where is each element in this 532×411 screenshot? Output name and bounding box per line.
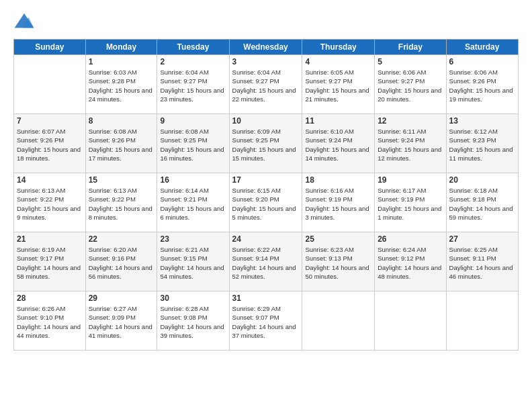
calendar-cell: 1Sunrise: 6:03 AMSunset: 9:28 PMDaylight… [85,55,157,114]
calendar-cell: 16Sunrise: 6:14 AMSunset: 9:21 PMDayligh… [157,173,229,232]
day-number: 24 [232,234,300,244]
day-number: 2 [160,57,226,66]
day-number: 14 [17,175,83,185]
day-info: Sunrise: 6:26 AMSunset: 9:10 PMDaylight:… [17,305,81,339]
day-info: Sunrise: 6:22 AMSunset: 9:14 PMDaylight:… [232,246,296,280]
day-number: 19 [378,175,443,185]
day-number: 16 [160,175,226,185]
calendar-cell: 9Sunrise: 6:08 AMSunset: 9:25 PMDaylight… [157,114,229,173]
calendar-header-monday: Monday [85,40,157,55]
day-info: Sunrise: 6:15 AMSunset: 9:20 PMDaylight:… [232,187,296,221]
page: SundayMondayTuesdayWednesdayThursdayFrid… [0,0,532,411]
calendar-table: SundayMondayTuesdayWednesdayThursdayFrid… [13,39,519,351]
day-number: 27 [449,234,515,244]
calendar-cell: 6Sunrise: 6:06 AMSunset: 9:26 PMDaylight… [446,55,518,114]
day-number: 28 [17,293,83,303]
day-info: Sunrise: 6:25 AMSunset: 9:11 PMDaylight:… [449,246,513,280]
calendar-week-5: 28Sunrise: 6:26 AMSunset: 9:10 PMDayligh… [14,291,519,351]
calendar-cell: 10Sunrise: 6:09 AMSunset: 9:25 PMDayligh… [229,114,302,173]
day-number: 25 [305,234,371,244]
calendar-cell: 5Sunrise: 6:06 AMSunset: 9:27 PMDaylight… [375,55,446,114]
day-info: Sunrise: 6:29 AMSunset: 9:07 PMDaylight:… [232,305,296,339]
calendar-cell: 29Sunrise: 6:27 AMSunset: 9:09 PMDayligh… [85,291,157,351]
day-number: 30 [160,293,226,303]
day-info: Sunrise: 6:08 AMSunset: 9:25 PMDaylight:… [160,128,224,162]
day-number: 29 [89,293,154,303]
day-number: 23 [160,234,226,244]
day-info: Sunrise: 6:23 AMSunset: 9:13 PMDaylight:… [305,246,369,280]
day-info: Sunrise: 6:08 AMSunset: 9:26 PMDaylight:… [89,128,152,162]
calendar-cell [375,291,446,351]
calendar-header-wednesday: Wednesday [229,40,302,55]
day-number: 26 [378,234,443,244]
calendar-cell: 2Sunrise: 6:04 AMSunset: 9:27 PMDaylight… [157,55,229,114]
day-info: Sunrise: 6:07 AMSunset: 9:26 PMDaylight:… [17,128,81,162]
day-info: Sunrise: 6:16 AMSunset: 9:19 PMDaylight:… [305,187,369,221]
calendar-cell: 4Sunrise: 6:05 AMSunset: 9:27 PMDaylight… [302,55,375,114]
day-number: 18 [305,175,371,185]
calendar-cell: 23Sunrise: 6:21 AMSunset: 9:15 PMDayligh… [157,232,229,291]
day-info: Sunrise: 6:05 AMSunset: 9:27 PMDaylight:… [305,68,369,103]
day-info: Sunrise: 6:06 AMSunset: 9:26 PMDaylight:… [449,68,513,103]
calendar-cell: 26Sunrise: 6:24 AMSunset: 9:12 PMDayligh… [375,232,446,291]
day-number: 6 [449,57,515,66]
calendar-cell: 28Sunrise: 6:26 AMSunset: 9:10 PMDayligh… [14,291,86,351]
day-number: 4 [305,57,371,66]
day-number: 8 [89,116,154,126]
day-number: 5 [378,57,443,66]
day-info: Sunrise: 6:24 AMSunset: 9:12 PMDaylight:… [378,246,441,280]
day-info: Sunrise: 6:13 AMSunset: 9:22 PMDaylight:… [17,187,81,221]
calendar-header-saturday: Saturday [446,40,518,55]
calendar-week-4: 21Sunrise: 6:19 AMSunset: 9:17 PMDayligh… [14,232,519,291]
day-number: 12 [378,116,443,126]
calendar-cell [302,291,375,351]
calendar-cell: 14Sunrise: 6:13 AMSunset: 9:22 PMDayligh… [14,173,86,232]
calendar-cell: 30Sunrise: 6:28 AMSunset: 9:08 PMDayligh… [157,291,229,351]
day-number: 17 [232,175,300,185]
calendar-cell: 19Sunrise: 6:17 AMSunset: 9:19 PMDayligh… [375,173,446,232]
day-number: 10 [232,116,300,126]
day-info: Sunrise: 6:11 AMSunset: 9:24 PMDaylight:… [378,128,441,162]
calendar-cell: 12Sunrise: 6:11 AMSunset: 9:24 PMDayligh… [375,114,446,173]
calendar-cell [446,291,518,351]
day-info: Sunrise: 6:04 AMSunset: 9:27 PMDaylight:… [232,68,296,103]
day-info: Sunrise: 6:12 AMSunset: 9:23 PMDaylight:… [449,128,513,162]
day-number: 20 [449,175,515,185]
day-number: 22 [89,234,154,244]
day-info: Sunrise: 6:19 AMSunset: 9:17 PMDaylight:… [17,246,81,280]
calendar-cell: 11Sunrise: 6:10 AMSunset: 9:24 PMDayligh… [302,114,375,173]
calendar-cell: 18Sunrise: 6:16 AMSunset: 9:19 PMDayligh… [302,173,375,232]
calendar-cell: 15Sunrise: 6:13 AMSunset: 9:22 PMDayligh… [85,173,157,232]
calendar-header-tuesday: Tuesday [157,40,229,55]
calendar-cell: 3Sunrise: 6:04 AMSunset: 9:27 PMDaylight… [229,55,302,114]
calendar-cell: 27Sunrise: 6:25 AMSunset: 9:11 PMDayligh… [446,232,518,291]
day-number: 15 [89,175,154,185]
calendar-header-row: SundayMondayTuesdayWednesdayThursdayFrid… [14,40,519,55]
calendar-week-3: 14Sunrise: 6:13 AMSunset: 9:22 PMDayligh… [14,173,519,232]
day-info: Sunrise: 6:14 AMSunset: 9:21 PMDaylight:… [160,187,224,221]
day-info: Sunrise: 6:13 AMSunset: 9:22 PMDaylight:… [89,187,152,221]
calendar-cell [14,55,86,114]
calendar-header-friday: Friday [375,40,446,55]
calendar-cell: 8Sunrise: 6:08 AMSunset: 9:26 PMDaylight… [85,114,157,173]
calendar-cell: 31Sunrise: 6:29 AMSunset: 9:07 PMDayligh… [229,291,302,351]
calendar-cell: 7Sunrise: 6:07 AMSunset: 9:26 PMDaylight… [14,114,86,173]
logo-icon [13,11,35,32]
calendar-cell: 25Sunrise: 6:23 AMSunset: 9:13 PMDayligh… [302,232,375,291]
calendar-header-sunday: Sunday [14,40,86,55]
calendar-cell: 22Sunrise: 6:20 AMSunset: 9:16 PMDayligh… [85,232,157,291]
day-number: 9 [160,116,226,126]
calendar-cell: 17Sunrise: 6:15 AMSunset: 9:20 PMDayligh… [229,173,302,232]
calendar-cell: 21Sunrise: 6:19 AMSunset: 9:17 PMDayligh… [14,232,86,291]
calendar-week-1: 1Sunrise: 6:03 AMSunset: 9:28 PMDaylight… [14,55,519,114]
calendar-cell: 13Sunrise: 6:12 AMSunset: 9:23 PMDayligh… [446,114,518,173]
day-info: Sunrise: 6:17 AMSunset: 9:19 PMDaylight:… [378,187,441,221]
day-info: Sunrise: 6:03 AMSunset: 9:28 PMDaylight:… [89,68,152,103]
day-number: 11 [305,116,371,126]
day-number: 1 [89,57,154,66]
calendar-week-2: 7Sunrise: 6:07 AMSunset: 9:26 PMDaylight… [14,114,519,173]
calendar-header-thursday: Thursday [302,40,375,55]
day-number: 31 [232,293,300,303]
day-info: Sunrise: 6:28 AMSunset: 9:08 PMDaylight:… [160,305,224,339]
day-number: 3 [232,57,300,66]
